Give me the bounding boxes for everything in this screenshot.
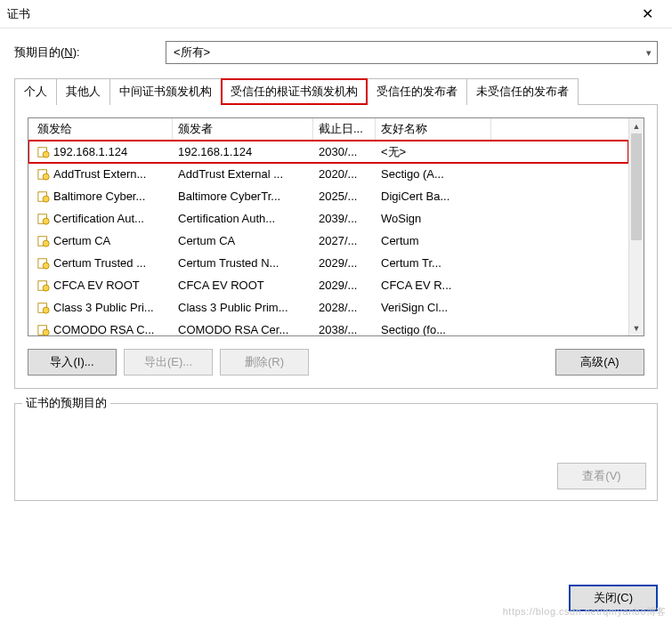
svg-point-1 bbox=[43, 151, 49, 158]
cell-expires: 2020/... bbox=[313, 166, 376, 182]
scroll-track[interactable] bbox=[629, 133, 644, 320]
tab-trusted-root-ca[interactable]: 受信任的根证书颁发机构 bbox=[221, 78, 368, 105]
scroll-down-icon[interactable]: ▼ bbox=[629, 320, 644, 335]
certificate-icon bbox=[37, 168, 50, 181]
cell-issued-to: Baltimore Cyber... bbox=[32, 188, 173, 205]
cell-expires: 2025/... bbox=[313, 188, 376, 205]
table-row[interactable]: Certum CACertum CA2027/...Certum bbox=[28, 230, 628, 252]
purpose-select[interactable]: <所有> ▾ bbox=[166, 41, 658, 64]
cell-issued-to: CFCA EV ROOT bbox=[32, 277, 173, 294]
cell-friendly-name: Sectigo (fo... bbox=[376, 321, 491, 335]
table-row[interactable]: COMODO RSA C...COMODO RSA Cer...2038/...… bbox=[28, 319, 628, 335]
svg-point-9 bbox=[43, 240, 49, 246]
tabs: 个人 其他人 中间证书颁发机构 受信任的根证书颁发机构 受信任的发布者 未受信任… bbox=[14, 78, 658, 105]
cell-expires: 2027/... bbox=[313, 232, 376, 249]
cell-expires: 2030/... bbox=[313, 143, 376, 160]
cell-issued-to: Class 3 Public Pri... bbox=[32, 299, 173, 316]
cell-issuer: Certum CA bbox=[173, 232, 313, 249]
col-issued-to[interactable]: 颁发给 bbox=[32, 118, 173, 141]
view-button: 查看(V) bbox=[557, 463, 646, 489]
cell-friendly-name: DigiCert Ba... bbox=[376, 188, 491, 205]
titlebar: 证书 ✕ bbox=[0, 0, 672, 28]
cell-issued-to: Certum Trusted ... bbox=[32, 254, 173, 271]
cell-issued-to: Certum CA bbox=[32, 232, 173, 249]
certificate-icon bbox=[37, 302, 50, 314]
cell-issuer: Certum Trusted N... bbox=[173, 254, 313, 271]
dialog-body: 预期目的(N): <所有> ▾ 个人 其他人 中间证书颁发机构 受信任的根证书颁… bbox=[0, 28, 672, 510]
tab-panel: 颁发给 颁发者 截止日... 友好名称 192.168.1.124192.168… bbox=[14, 104, 658, 389]
cell-issuer: CFCA EV ROOT bbox=[173, 277, 313, 294]
tab-intermediate-ca[interactable]: 中间证书颁发机构 bbox=[109, 78, 222, 105]
certificate-icon bbox=[37, 213, 50, 225]
purpose-label: 预期目的(N): bbox=[14, 44, 166, 61]
cert-list-inner: 颁发给 颁发者 截止日... 友好名称 192.168.1.124192.168… bbox=[28, 118, 628, 335]
cell-issuer: AddTrust External ... bbox=[173, 166, 313, 182]
table-row[interactable]: CFCA EV ROOTCFCA EV ROOT2029/...CFCA EV … bbox=[28, 274, 628, 296]
cell-issued-to: COMODO RSA C... bbox=[32, 321, 173, 335]
cell-issued-to: AddTrust Extern... bbox=[32, 166, 173, 182]
chevron-down-icon: ▾ bbox=[646, 47, 652, 59]
cell-issuer: COMODO RSA Cer... bbox=[173, 321, 313, 335]
button-row: 导入(I)... 导出(E)... 删除(R) 高级(A) bbox=[28, 349, 644, 376]
purpose-group: 证书的预期目的 查看(V) bbox=[14, 403, 658, 501]
cell-friendly-name: VeriSign Cl... bbox=[376, 299, 491, 316]
cell-expires: 2029/... bbox=[313, 254, 376, 271]
certificate-icon bbox=[37, 324, 50, 336]
cell-issuer: 192.168.1.124 bbox=[173, 143, 313, 160]
cell-issuer: Class 3 Public Prim... bbox=[173, 299, 313, 316]
purpose-row: 预期目的(N): <所有> ▾ bbox=[14, 41, 658, 64]
scroll-up-icon[interactable]: ▲ bbox=[629, 118, 644, 133]
svg-point-17 bbox=[43, 329, 49, 335]
svg-point-15 bbox=[43, 307, 49, 313]
list-header[interactable]: 颁发给 颁发者 截止日... 友好名称 bbox=[28, 118, 628, 141]
col-issuer[interactable]: 颁发者 bbox=[173, 118, 313, 141]
tab-personal[interactable]: 个人 bbox=[14, 78, 57, 105]
table-row[interactable]: Baltimore Cyber...Baltimore CyberTr...20… bbox=[28, 185, 628, 207]
scrollbar[interactable]: ▲ ▼ bbox=[628, 118, 644, 335]
export-button: 导出(E)... bbox=[124, 349, 213, 376]
advanced-button[interactable]: 高级(A) bbox=[555, 349, 644, 376]
cell-issuer: Baltimore CyberTr... bbox=[173, 188, 313, 205]
certificate-icon bbox=[37, 235, 50, 247]
cell-friendly-name: WoSign bbox=[376, 210, 491, 227]
import-button[interactable]: 导入(I)... bbox=[28, 349, 117, 376]
col-friendly-name[interactable]: 友好名称 bbox=[376, 118, 491, 141]
cell-expires: 2028/... bbox=[313, 299, 376, 316]
table-row[interactable]: Certum Trusted ...Certum Trusted N...202… bbox=[28, 252, 628, 274]
cell-friendly-name: Sectigo (A... bbox=[376, 166, 491, 182]
svg-point-11 bbox=[43, 263, 49, 269]
certificate-icon bbox=[37, 190, 50, 203]
cell-friendly-name: Certum bbox=[376, 232, 491, 249]
cell-issuer: Certification Auth... bbox=[173, 210, 313, 227]
svg-point-7 bbox=[43, 218, 49, 224]
svg-point-13 bbox=[43, 285, 49, 291]
footer: 关闭(C) bbox=[569, 585, 658, 611]
cell-expires: 2029/... bbox=[313, 277, 376, 294]
scroll-thumb[interactable] bbox=[631, 133, 642, 240]
close-icon[interactable]: ✕ bbox=[629, 1, 665, 28]
tab-others[interactable]: 其他人 bbox=[56, 78, 110, 105]
tab-untrusted-publishers[interactable]: 未受信任的发布者 bbox=[466, 78, 579, 105]
tab-trusted-publishers[interactable]: 受信任的发布者 bbox=[367, 78, 467, 105]
cell-expires: 2039/... bbox=[313, 210, 376, 227]
cell-friendly-name: Certum Tr... bbox=[376, 254, 491, 271]
delete-button: 删除(R) bbox=[220, 349, 309, 376]
certificate-icon bbox=[37, 257, 50, 270]
purpose-select-value: <所有> bbox=[174, 44, 210, 61]
cell-friendly-name: <无> bbox=[376, 142, 491, 162]
certificate-icon bbox=[37, 279, 50, 292]
table-row[interactable]: AddTrust Extern...AddTrust External ...2… bbox=[28, 163, 628, 185]
cell-issued-to: Certification Aut... bbox=[32, 210, 173, 227]
close-button[interactable]: 关闭(C) bbox=[569, 585, 658, 611]
cell-issued-to: 192.168.1.124 bbox=[32, 143, 173, 160]
cell-friendly-name: CFCA EV R... bbox=[376, 277, 491, 294]
cell-expires: 2038/... bbox=[313, 321, 376, 335]
cert-list: 颁发给 颁发者 截止日... 友好名称 192.168.1.124192.168… bbox=[28, 117, 644, 336]
svg-point-5 bbox=[43, 196, 49, 202]
certificate-icon bbox=[37, 146, 50, 158]
table-row[interactable]: Class 3 Public Pri...Class 3 Public Prim… bbox=[28, 296, 628, 319]
table-row[interactable]: 192.168.1.124192.168.1.1242030/...<无> bbox=[28, 141, 628, 163]
table-row[interactable]: Certification Aut...Certification Auth..… bbox=[28, 207, 628, 230]
col-expires[interactable]: 截止日... bbox=[313, 118, 376, 141]
window-title: 证书 bbox=[7, 6, 629, 22]
